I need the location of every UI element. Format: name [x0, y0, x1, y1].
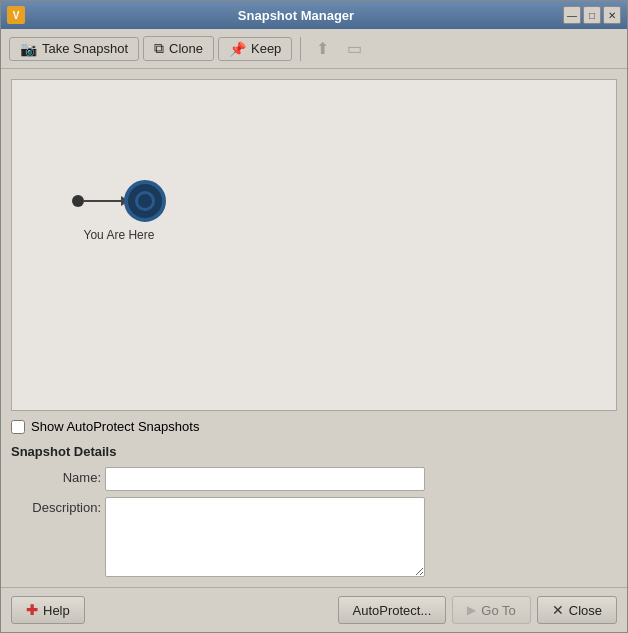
goto-button[interactable]: ▶ Go To [452, 596, 530, 624]
clone-button[interactable]: ⧉ Clone [143, 36, 214, 61]
close-button[interactable]: ✕ Close [537, 596, 617, 624]
take-snapshot-button[interactable]: 📷 Take Snapshot [9, 37, 139, 61]
bottom-bar: ✚ Help AutoProtect... ▶ Go To ✕ Close [1, 587, 627, 632]
titlebar: V Snapshot Manager — □ ✕ [1, 1, 627, 29]
camera-icon: 📷 [20, 41, 37, 57]
help-icon: ✚ [26, 602, 38, 618]
snapshot-manager-window: V Snapshot Manager — □ ✕ 📷 Take Snapshot… [0, 0, 628, 633]
bottom-left-buttons: ✚ Help [11, 596, 85, 624]
keep-icon: 📌 [229, 41, 246, 57]
snapshot-node-group: You Are Here [72, 180, 166, 242]
description-label: Description: [11, 497, 101, 515]
current-snapshot-icon [124, 180, 166, 222]
toolbar-separator [300, 37, 301, 61]
main-content: You Are Here Show AutoProtect Snapshots … [1, 69, 627, 587]
bottom-right-buttons: AutoProtect... ▶ Go To ✕ Close [338, 596, 617, 624]
snapshot-details-title: Snapshot Details [11, 444, 617, 459]
arrow-line [84, 200, 124, 202]
upload-button: ⬆ [309, 35, 336, 62]
snapshot-canvas: You Are Here [11, 79, 617, 411]
name-input[interactable] [105, 467, 425, 491]
keep-button[interactable]: 📌 Keep [218, 37, 292, 61]
window-title: Snapshot Manager [29, 8, 563, 23]
close-window-button[interactable]: ✕ [603, 6, 621, 24]
close-icon: ✕ [552, 602, 564, 618]
name-label: Name: [11, 467, 101, 485]
start-node [72, 195, 84, 207]
titlebar-controls: — □ ✕ [563, 6, 621, 24]
snapshot-arrow-row [72, 180, 166, 222]
upload-icon: ⬆ [316, 39, 329, 58]
autoprotect-checkbox[interactable] [11, 420, 25, 434]
toolbar: 📷 Take Snapshot ⧉ Clone 📌 Keep ⬆ ▭ [1, 29, 627, 69]
description-textarea[interactable] [105, 497, 425, 577]
minimize-button[interactable]: — [563, 6, 581, 24]
app-icon: V [7, 6, 25, 24]
autoprotect-checkbox-row: Show AutoProtect Snapshots [11, 419, 617, 434]
download-icon: ▭ [347, 39, 362, 58]
autoprotect-label[interactable]: Show AutoProtect Snapshots [31, 419, 199, 434]
autoprotect-settings-button[interactable]: AutoProtect... [338, 596, 447, 624]
restore-button[interactable]: □ [583, 6, 601, 24]
download-button: ▭ [340, 35, 369, 62]
you-are-here-label: You Are Here [84, 228, 155, 242]
details-grid: Name: Description: [11, 467, 617, 577]
goto-icon: ▶ [467, 603, 476, 617]
help-button[interactable]: ✚ Help [11, 596, 85, 624]
clone-icon: ⧉ [154, 40, 164, 57]
